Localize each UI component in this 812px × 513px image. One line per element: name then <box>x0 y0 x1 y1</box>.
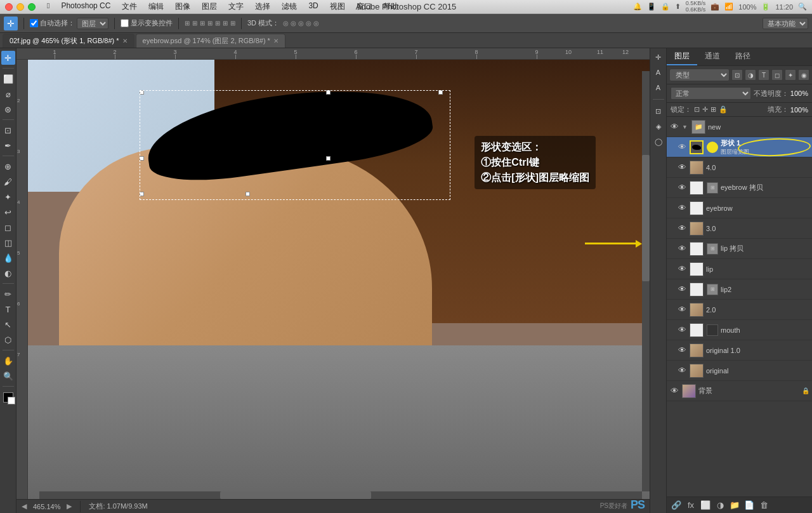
layer-background[interactable]: 👁 背景 🔒 <box>667 381 812 401</box>
layer-fx-icon[interactable]: fx <box>685 500 697 511</box>
foreground-color[interactable] <box>3 392 13 403</box>
menu-image[interactable]: 图像 <box>170 0 195 13</box>
layer-vis-2[interactable]: 👁 <box>677 305 687 314</box>
layer-delete-icon[interactable]: 🗑 <box>758 500 769 511</box>
selection-tool-icon[interactable]: ⬜ <box>1 72 15 86</box>
tab-eyebrow-close[interactable]: ✕ <box>273 37 278 44</box>
dodge-tool-icon[interactable]: ◐ <box>1 266 15 280</box>
layer-shape1[interactable]: 👁 形状 1 图层缩览图 <box>667 137 812 157</box>
maximize-button[interactable] <box>28 3 36 11</box>
show-transform-checkbox[interactable] <box>121 19 129 27</box>
filter-shape-icon[interactable]: ◻ <box>771 69 783 81</box>
layer-vis-shape1[interactable]: 👁 <box>677 142 687 152</box>
horizontal-scrollbar[interactable] <box>39 491 642 499</box>
menu-app-name[interactable]: Photoshop CC <box>56 0 115 13</box>
close-button[interactable] <box>5 3 13 11</box>
layer-lip[interactable]: 👁 lip <box>667 259 812 279</box>
layer-2[interactable]: 👁 2.0 <box>667 300 812 320</box>
lock-artboard-icon[interactable]: ⊞ <box>710 105 716 114</box>
layer-eyebrow-copy[interactable]: 👁 ⊞ eyebrow 拷贝 <box>667 178 812 198</box>
layer-lip-copy[interactable]: 👁 ⊞ lip 拷贝 <box>667 239 812 259</box>
layer-group-icon[interactable]: 📁 <box>729 500 740 511</box>
layer-mouth[interactable]: 👁 mouth <box>667 320 812 340</box>
layer-vis-lip[interactable]: 👁 <box>677 264 687 274</box>
mini-tool-1[interactable]: ✛ <box>652 51 665 63</box>
layer-eyebrow[interactable]: 👁 eyebrow <box>667 198 812 218</box>
lock-pixel-icon[interactable]: ⊡ <box>694 105 700 114</box>
status-arrow-left[interactable]: ◀ <box>22 502 27 510</box>
tab-paths[interactable]: 路径 <box>728 48 758 65</box>
layer-vis-new[interactable]: 👁 <box>669 122 679 131</box>
crop-tool-icon[interactable]: ⊡ <box>1 123 15 137</box>
layer-vis-4[interactable]: 👁 <box>677 163 687 172</box>
workspace-dropdown[interactable]: 基本功能 <box>763 18 808 29</box>
vertical-scrollbar[interactable] <box>642 71 650 491</box>
layer-lip2[interactable]: 👁 ⊞ lip2 <box>667 279 812 300</box>
filter-adj-icon[interactable]: ◑ <box>745 69 756 81</box>
zoom-tool-icon[interactable]: 🔍 <box>1 369 15 383</box>
menu-select[interactable]: 选择 <box>250 0 275 13</box>
auto-select-checkbox[interactable] <box>30 19 38 27</box>
background-color[interactable] <box>8 397 15 404</box>
stamp-tool-icon[interactable]: ✦ <box>1 190 15 204</box>
layer-type-filter[interactable]: 类型 <box>669 69 730 81</box>
minimize-button[interactable] <box>16 3 24 11</box>
menu-3d[interactable]: 3D <box>303 0 323 13</box>
blur-tool-icon[interactable]: 💧 <box>1 251 15 265</box>
mini-tool-4[interactable]: ◈ <box>652 120 665 133</box>
layer-group-new[interactable]: 👁 ▼ 📁 new <box>667 117 812 137</box>
canvas-content[interactable]: 形状变选区： ①按住Ctrl键 ②点击[形状]图层略缩图 <box>28 60 650 499</box>
quick-select-icon[interactable]: ⊛ <box>1 102 15 116</box>
move-tool-icon[interactable]: ✛ <box>1 51 15 65</box>
layer-vis-original[interactable]: 👁 <box>677 366 687 375</box>
layer-mask-add-icon[interactable]: ⬜ <box>700 500 711 511</box>
filter-smart-icon[interactable]: ✦ <box>785 69 796 81</box>
tab-channels[interactable]: 通道 <box>697 48 728 65</box>
layer-vis-original-1[interactable]: 👁 <box>677 345 687 355</box>
pen-tool-icon[interactable]: ✏ <box>1 287 15 301</box>
layer-vis-eyebrow[interactable]: 👁 <box>677 203 687 213</box>
shape-tool-icon[interactable]: ⬡ <box>1 333 15 347</box>
auto-select-toggle[interactable]: 自动选择： 图层 <box>30 18 108 29</box>
layer-adj-icon[interactable]: ◑ <box>714 500 726 511</box>
text-tool-icon[interactable]: T <box>1 302 15 316</box>
menu-text[interactable]: 文字 <box>223 0 249 13</box>
menu-edit[interactable]: 编辑 <box>143 0 169 13</box>
gradient-tool-icon[interactable]: ◫ <box>1 236 15 250</box>
eyedropper-icon[interactable]: ✒ <box>1 138 15 152</box>
menu-file[interactable]: 文件 <box>117 0 142 13</box>
tab-02f[interactable]: 02f.jpg @ 465% (形状 1, RGB/8#) * ✕ <box>3 34 134 48</box>
blend-mode-select[interactable]: 正常 <box>671 87 751 100</box>
filter-pixel-icon[interactable]: ⊡ <box>731 69 743 81</box>
layer-vis-3[interactable]: 👁 <box>677 223 687 233</box>
menu-layer[interactable]: 图层 <box>197 0 222 13</box>
status-arrow-right[interactable]: ▶ <box>67 502 72 510</box>
hand-tool-icon[interactable]: ✋ <box>1 354 15 368</box>
filter-text-icon[interactable]: T <box>758 69 769 81</box>
path-select-icon[interactable]: ↖ <box>1 317 15 331</box>
tab-layers[interactable]: 图层 <box>667 48 697 65</box>
menu-view[interactable]: 视图 <box>325 0 350 13</box>
layer-4[interactable]: 👁 4.0 <box>667 157 812 178</box>
mini-tool-2[interactable]: A <box>652 66 665 79</box>
layer-vis-background[interactable]: 👁 <box>669 386 679 396</box>
mini-tool-5[interactable]: ◯ <box>652 135 665 148</box>
opacity-value[interactable]: 100% <box>790 90 808 97</box>
menu-apple[interactable]:  <box>42 0 55 13</box>
auto-select-dropdown[interactable]: 图层 <box>77 18 108 29</box>
layer-vis-mouth[interactable]: 👁 <box>677 325 687 335</box>
fill-value[interactable]: 100% <box>790 106 808 114</box>
filter-toggle[interactable]: ◉ <box>798 69 809 81</box>
lasso-tool-icon[interactable]: ⌀ <box>1 87 15 101</box>
show-transform-toggle[interactable]: 显示变换控件 <box>121 18 173 28</box>
brush-tool-icon[interactable]: 🖌 <box>1 175 15 189</box>
lock-all-icon[interactable]: 🔒 <box>719 105 728 114</box>
layer-original-1[interactable]: 👁 original 1.0 <box>667 340 812 361</box>
layer-3[interactable]: 👁 3.0 <box>667 218 812 239</box>
tab-eyebrow[interactable]: eyebrow.psd @ 174% (图层 2, RGB/8#) * ✕ <box>136 34 285 48</box>
history-brush-icon[interactable]: ↩ <box>1 205 15 219</box>
vertical-scroll-thumb[interactable] <box>642 155 650 281</box>
layer-vis-lip2[interactable]: 👁 <box>677 284 687 294</box>
horizontal-scroll-thumb[interactable] <box>220 491 371 499</box>
tab-02f-close[interactable]: ✕ <box>122 37 128 44</box>
